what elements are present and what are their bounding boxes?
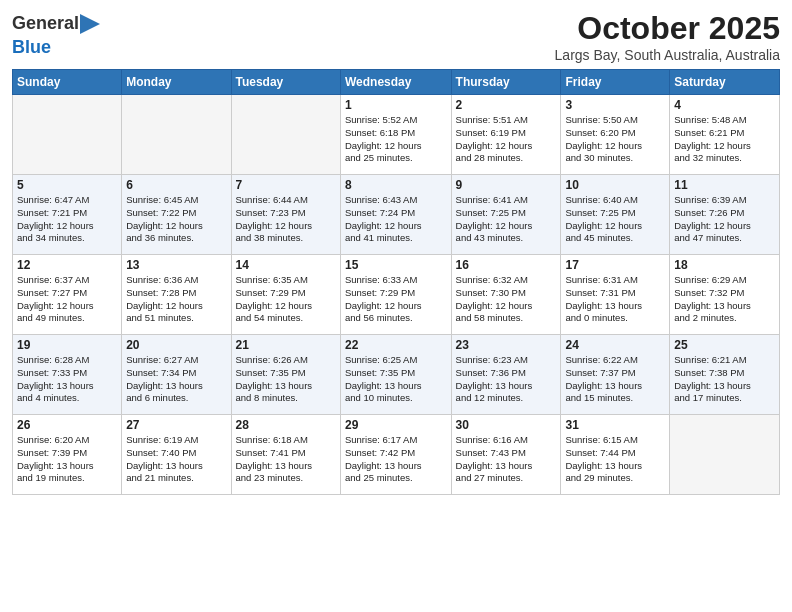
weekday-header-tuesday: Tuesday (231, 70, 340, 95)
month-title: October 2025 (555, 10, 780, 47)
day-cell: 14Sunrise: 6:35 AM Sunset: 7:29 PM Dayli… (231, 255, 340, 335)
weekday-header-row: SundayMondayTuesdayWednesdayThursdayFrid… (13, 70, 780, 95)
weekday-header-friday: Friday (561, 70, 670, 95)
day-number: 14 (236, 258, 336, 272)
week-row-2: 5Sunrise: 6:47 AM Sunset: 7:21 PM Daylig… (13, 175, 780, 255)
day-number: 1 (345, 98, 447, 112)
day-cell: 22Sunrise: 6:25 AM Sunset: 7:35 PM Dayli… (340, 335, 451, 415)
week-row-1: 1Sunrise: 5:52 AM Sunset: 6:18 PM Daylig… (13, 95, 780, 175)
day-number: 4 (674, 98, 775, 112)
day-cell: 18Sunrise: 6:29 AM Sunset: 7:32 PM Dayli… (670, 255, 780, 335)
day-info: Sunrise: 6:29 AM Sunset: 7:32 PM Dayligh… (674, 274, 775, 325)
day-info: Sunrise: 6:36 AM Sunset: 7:28 PM Dayligh… (126, 274, 226, 325)
day-cell: 21Sunrise: 6:26 AM Sunset: 7:35 PM Dayli… (231, 335, 340, 415)
day-info: Sunrise: 6:16 AM Sunset: 7:43 PM Dayligh… (456, 434, 557, 485)
day-info: Sunrise: 6:39 AM Sunset: 7:26 PM Dayligh… (674, 194, 775, 245)
logo-blue: Blue (12, 37, 51, 57)
day-info: Sunrise: 6:26 AM Sunset: 7:35 PM Dayligh… (236, 354, 336, 405)
svg-marker-0 (80, 14, 100, 34)
logo-general: General (12, 14, 79, 34)
day-info: Sunrise: 6:37 AM Sunset: 7:27 PM Dayligh… (17, 274, 117, 325)
day-number: 13 (126, 258, 226, 272)
day-number: 22 (345, 338, 447, 352)
day-cell: 2Sunrise: 5:51 AM Sunset: 6:19 PM Daylig… (451, 95, 561, 175)
day-cell (122, 95, 231, 175)
day-info: Sunrise: 6:32 AM Sunset: 7:30 PM Dayligh… (456, 274, 557, 325)
day-number: 11 (674, 178, 775, 192)
day-cell: 10Sunrise: 6:40 AM Sunset: 7:25 PM Dayli… (561, 175, 670, 255)
day-info: Sunrise: 6:28 AM Sunset: 7:33 PM Dayligh… (17, 354, 117, 405)
page: General Blue October 2025 Largs Bay, Sou… (0, 0, 792, 612)
day-info: Sunrise: 6:44 AM Sunset: 7:23 PM Dayligh… (236, 194, 336, 245)
day-cell: 30Sunrise: 6:16 AM Sunset: 7:43 PM Dayli… (451, 415, 561, 495)
day-cell (670, 415, 780, 495)
day-info: Sunrise: 6:41 AM Sunset: 7:25 PM Dayligh… (456, 194, 557, 245)
weekday-header-sunday: Sunday (13, 70, 122, 95)
day-cell: 5Sunrise: 6:47 AM Sunset: 7:21 PM Daylig… (13, 175, 122, 255)
day-cell: 11Sunrise: 6:39 AM Sunset: 7:26 PM Dayli… (670, 175, 780, 255)
day-info: Sunrise: 6:43 AM Sunset: 7:24 PM Dayligh… (345, 194, 447, 245)
day-info: Sunrise: 6:31 AM Sunset: 7:31 PM Dayligh… (565, 274, 665, 325)
day-cell: 17Sunrise: 6:31 AM Sunset: 7:31 PM Dayli… (561, 255, 670, 335)
day-number: 5 (17, 178, 117, 192)
day-cell: 24Sunrise: 6:22 AM Sunset: 7:37 PM Dayli… (561, 335, 670, 415)
day-cell (231, 95, 340, 175)
day-cell: 6Sunrise: 6:45 AM Sunset: 7:22 PM Daylig… (122, 175, 231, 255)
week-row-5: 26Sunrise: 6:20 AM Sunset: 7:39 PM Dayli… (13, 415, 780, 495)
day-number: 15 (345, 258, 447, 272)
day-number: 10 (565, 178, 665, 192)
day-info: Sunrise: 6:19 AM Sunset: 7:40 PM Dayligh… (126, 434, 226, 485)
day-number: 3 (565, 98, 665, 112)
day-cell: 1Sunrise: 5:52 AM Sunset: 6:18 PM Daylig… (340, 95, 451, 175)
day-cell: 31Sunrise: 6:15 AM Sunset: 7:44 PM Dayli… (561, 415, 670, 495)
day-number: 2 (456, 98, 557, 112)
calendar: SundayMondayTuesdayWednesdayThursdayFrid… (12, 69, 780, 495)
day-number: 27 (126, 418, 226, 432)
day-cell: 7Sunrise: 6:44 AM Sunset: 7:23 PM Daylig… (231, 175, 340, 255)
logo-icon (80, 10, 100, 38)
day-cell: 28Sunrise: 6:18 AM Sunset: 7:41 PM Dayli… (231, 415, 340, 495)
header: General Blue October 2025 Largs Bay, Sou… (12, 10, 780, 63)
day-number: 24 (565, 338, 665, 352)
logo: General Blue (12, 10, 100, 58)
day-cell: 26Sunrise: 6:20 AM Sunset: 7:39 PM Dayli… (13, 415, 122, 495)
day-info: Sunrise: 5:48 AM Sunset: 6:21 PM Dayligh… (674, 114, 775, 165)
day-cell: 23Sunrise: 6:23 AM Sunset: 7:36 PM Dayli… (451, 335, 561, 415)
day-info: Sunrise: 6:45 AM Sunset: 7:22 PM Dayligh… (126, 194, 226, 245)
day-cell: 16Sunrise: 6:32 AM Sunset: 7:30 PM Dayli… (451, 255, 561, 335)
day-info: Sunrise: 5:50 AM Sunset: 6:20 PM Dayligh… (565, 114, 665, 165)
day-number: 6 (126, 178, 226, 192)
day-cell: 29Sunrise: 6:17 AM Sunset: 7:42 PM Dayli… (340, 415, 451, 495)
day-cell (13, 95, 122, 175)
day-info: Sunrise: 6:23 AM Sunset: 7:36 PM Dayligh… (456, 354, 557, 405)
day-info: Sunrise: 6:21 AM Sunset: 7:38 PM Dayligh… (674, 354, 775, 405)
weekday-header-wednesday: Wednesday (340, 70, 451, 95)
day-number: 17 (565, 258, 665, 272)
day-info: Sunrise: 6:47 AM Sunset: 7:21 PM Dayligh… (17, 194, 117, 245)
day-cell: 12Sunrise: 6:37 AM Sunset: 7:27 PM Dayli… (13, 255, 122, 335)
day-info: Sunrise: 6:18 AM Sunset: 7:41 PM Dayligh… (236, 434, 336, 485)
weekday-header-monday: Monday (122, 70, 231, 95)
day-cell: 20Sunrise: 6:27 AM Sunset: 7:34 PM Dayli… (122, 335, 231, 415)
day-number: 12 (17, 258, 117, 272)
day-number: 28 (236, 418, 336, 432)
day-cell: 27Sunrise: 6:19 AM Sunset: 7:40 PM Dayli… (122, 415, 231, 495)
day-number: 8 (345, 178, 447, 192)
day-cell: 8Sunrise: 6:43 AM Sunset: 7:24 PM Daylig… (340, 175, 451, 255)
day-number: 7 (236, 178, 336, 192)
day-info: Sunrise: 6:22 AM Sunset: 7:37 PM Dayligh… (565, 354, 665, 405)
day-info: Sunrise: 6:35 AM Sunset: 7:29 PM Dayligh… (236, 274, 336, 325)
day-info: Sunrise: 6:15 AM Sunset: 7:44 PM Dayligh… (565, 434, 665, 485)
day-number: 21 (236, 338, 336, 352)
day-info: Sunrise: 6:20 AM Sunset: 7:39 PM Dayligh… (17, 434, 117, 485)
day-info: Sunrise: 6:17 AM Sunset: 7:42 PM Dayligh… (345, 434, 447, 485)
day-info: Sunrise: 6:25 AM Sunset: 7:35 PM Dayligh… (345, 354, 447, 405)
day-info: Sunrise: 6:27 AM Sunset: 7:34 PM Dayligh… (126, 354, 226, 405)
weekday-header-saturday: Saturday (670, 70, 780, 95)
day-cell: 13Sunrise: 6:36 AM Sunset: 7:28 PM Dayli… (122, 255, 231, 335)
weekday-header-thursday: Thursday (451, 70, 561, 95)
day-number: 19 (17, 338, 117, 352)
day-number: 29 (345, 418, 447, 432)
week-row-4: 19Sunrise: 6:28 AM Sunset: 7:33 PM Dayli… (13, 335, 780, 415)
day-number: 30 (456, 418, 557, 432)
